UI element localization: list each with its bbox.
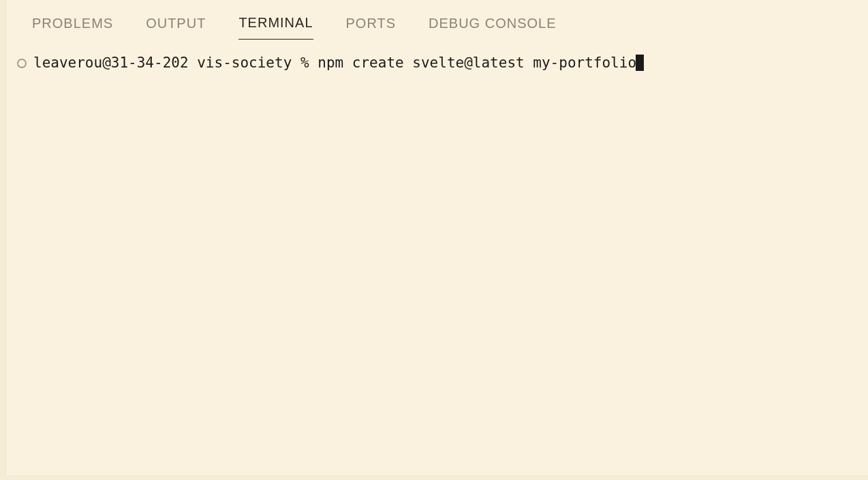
panel-tabs: PROBLEMS OUTPUT TERMINAL PORTS DEBUG CON… (6, 0, 868, 41)
terminal-cursor (636, 55, 644, 71)
tab-debug-console[interactable]: DEBUG CONSOLE (429, 16, 556, 40)
terminal-command: npm create svelte@latest my-portfolio (317, 55, 636, 71)
terminal-line: leaverou@31-34-202 vis-society % npm cre… (17, 53, 857, 73)
bottom-panel: PROBLEMS OUTPUT TERMINAL PORTS DEBUG CON… (5, 0, 868, 475)
tab-ports[interactable]: PORTS (346, 16, 397, 40)
terminal-text: leaverou@31-34-202 vis-society % npm cre… (33, 53, 644, 73)
tab-problems[interactable]: PROBLEMS (32, 16, 113, 40)
terminal-content[interactable]: leaverou@31-34-202 vis-society % npm cre… (6, 41, 868, 73)
shell-status-icon (17, 59, 27, 68)
terminal-prompt: leaverou@31-34-202 vis-society % (33, 55, 317, 71)
tab-output[interactable]: OUTPUT (146, 16, 206, 40)
tab-terminal[interactable]: TERMINAL (238, 15, 313, 40)
